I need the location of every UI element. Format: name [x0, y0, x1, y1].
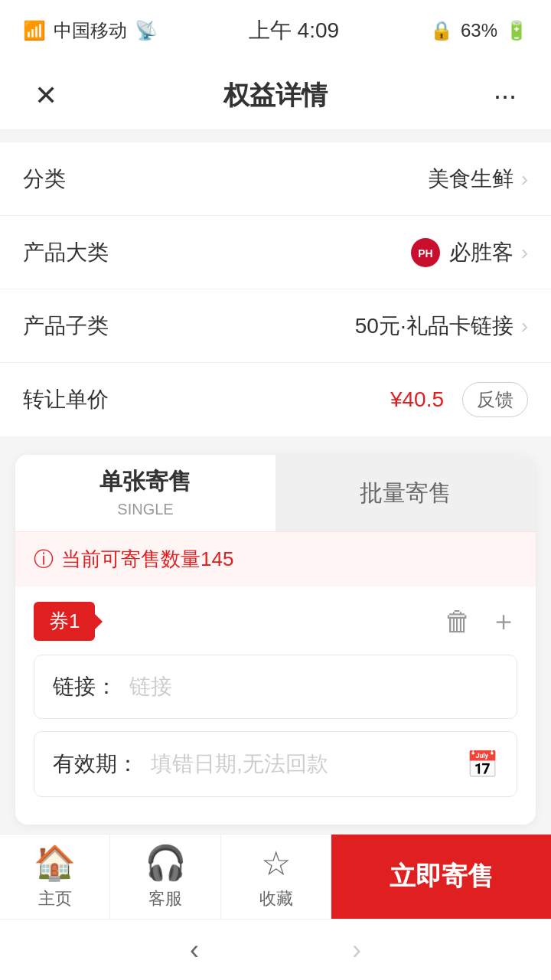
- back-forward-bar: ‹ ›: [0, 919, 551, 980]
- favorites-label: 收藏: [259, 887, 293, 910]
- coupon-block: 券1 🗑 ＋ 链接： 有效期： 📅: [15, 586, 536, 825]
- calendar-icon[interactable]: 📅: [466, 749, 498, 779]
- tab-batch[interactable]: 批量寄售: [276, 455, 536, 531]
- close-button[interactable]: ✕: [23, 80, 69, 112]
- battery-icon: 🔋: [505, 20, 528, 41]
- tab-single[interactable]: 单张寄售 SINGLE: [15, 455, 276, 531]
- bottom-nav: 🏠 主页 🎧 客服 ☆ 收藏 立即寄售 ‹ ›: [0, 834, 551, 980]
- tab-single-label-sub: SINGLE: [117, 501, 173, 518]
- home-icon: 🏠: [34, 843, 76, 883]
- pizza-hut-logo: PH: [409, 237, 442, 269]
- status-right: 🔒 63% 🔋: [430, 20, 528, 41]
- product-subcategory-label: 产品子类: [23, 312, 109, 341]
- info-section: 分类 美食生鲜 › 产品大类 PH 必胜客 › 产品子类 50元·礼品卡链接 ›: [0, 142, 551, 436]
- coupon-tag-text: 券1: [49, 609, 80, 632]
- consign-cta-button[interactable]: 立即寄售: [331, 835, 551, 919]
- consignment-tabs: 单张寄售 SINGLE 批量寄售: [15, 455, 536, 531]
- service-icon: 🎧: [145, 843, 187, 883]
- add-coupon-button[interactable]: ＋: [490, 603, 517, 640]
- coupon-header: 券1 🗑 ＋: [34, 602, 517, 641]
- warning-text: 当前可寄售数量145: [61, 546, 233, 573]
- category-value: 美食生鲜 ›: [428, 165, 528, 194]
- nav-favorites[interactable]: ☆ 收藏: [221, 835, 331, 919]
- battery-label: 63%: [461, 20, 497, 41]
- coupon-actions: 🗑 ＋: [444, 603, 517, 640]
- warning-icon: ⓘ: [34, 546, 54, 573]
- expiry-label: 有效期：: [53, 750, 139, 779]
- carrier-label: 中国移动: [54, 18, 127, 43]
- product-category-value: PH 必胜客 ›: [409, 237, 528, 269]
- link-input-field[interactable]: 链接：: [34, 655, 517, 719]
- signal-icon: 📶: [23, 20, 46, 41]
- transfer-price-label: 转让单价: [23, 385, 109, 414]
- product-subcategory-value: 50元·礼品卡链接 ›: [355, 312, 528, 341]
- more-button[interactable]: ···: [482, 80, 528, 112]
- link-label: 链接：: [53, 672, 117, 701]
- back-button[interactable]: ‹: [190, 934, 199, 966]
- nav-service[interactable]: 🎧 客服: [110, 835, 220, 919]
- product-category-label: 产品大类: [23, 238, 109, 267]
- product-category-text: 必胜客: [449, 238, 514, 267]
- favorites-icon: ☆: [261, 844, 291, 883]
- tab-single-label-main: 单张寄售: [99, 466, 191, 498]
- transfer-price-row: 转让单价 ¥40.5 反馈: [0, 363, 551, 436]
- category-text: 美食生鲜: [428, 165, 514, 194]
- category-label: 分类: [23, 165, 66, 194]
- category-row[interactable]: 分类 美食生鲜 ›: [0, 142, 551, 216]
- nav-bar: ✕ 权益详情 ···: [0, 61, 551, 130]
- home-label: 主页: [38, 887, 72, 910]
- page-title: 权益详情: [223, 78, 328, 113]
- expiry-input[interactable]: [151, 752, 458, 776]
- forward-button[interactable]: ›: [352, 934, 361, 966]
- consignment-card: 单张寄售 SINGLE 批量寄售 ⓘ 当前可寄售数量145 券1 🗑 ＋ 链接：: [15, 455, 536, 825]
- transfer-price-value: ¥40.5 反馈: [390, 382, 528, 417]
- product-category-row[interactable]: 产品大类 PH 必胜客 ›: [0, 216, 551, 289]
- chevron-right-icon: ›: [521, 240, 528, 265]
- consign-cta-label: 立即寄售: [390, 859, 494, 894]
- delete-coupon-button[interactable]: 🗑: [444, 606, 471, 638]
- status-left: 📶 中国移动 📡: [23, 18, 158, 43]
- product-subcategory-row[interactable]: 产品子类 50元·礼品卡链接 ›: [0, 289, 551, 363]
- service-label: 客服: [148, 887, 182, 910]
- feedback-button[interactable]: 反馈: [462, 382, 528, 417]
- expiry-input-field[interactable]: 有效期： 📅: [34, 731, 517, 797]
- status-bar: 📶 中国移动 📡 上午 4:09 🔒 63% 🔋: [0, 0, 551, 61]
- svg-text:PH: PH: [418, 247, 432, 259]
- coupon-tag: 券1: [34, 602, 95, 641]
- warning-bar: ⓘ 当前可寄售数量145: [15, 531, 536, 586]
- chevron-right-icon: ›: [521, 167, 528, 191]
- product-subcategory-text: 50元·礼品卡链接: [355, 312, 514, 341]
- lock-icon: 🔒: [430, 20, 453, 41]
- nav-home[interactable]: 🏠 主页: [0, 835, 110, 919]
- bottom-nav-items: 🏠 主页 🎧 客服 ☆ 收藏 立即寄售: [0, 835, 551, 919]
- link-input[interactable]: [129, 675, 498, 699]
- transfer-price-text: ¥40.5: [390, 387, 444, 412]
- wifi-icon: 📡: [135, 20, 158, 41]
- chevron-right-icon: ›: [521, 314, 528, 338]
- tab-batch-label-main: 批量寄售: [360, 478, 452, 509]
- status-time: 上午 4:09: [249, 16, 339, 45]
